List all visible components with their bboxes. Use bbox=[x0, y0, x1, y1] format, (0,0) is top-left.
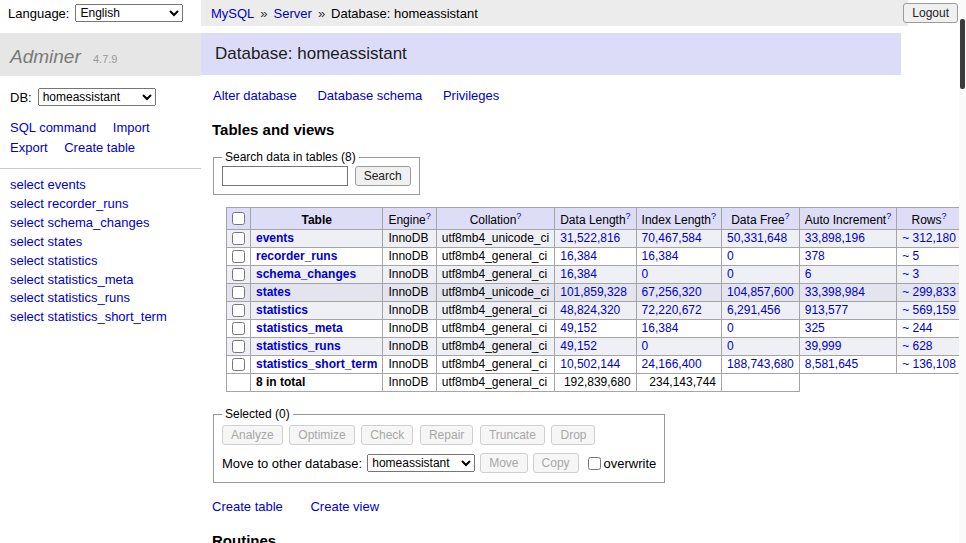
row-checkbox[interactable] bbox=[232, 232, 245, 245]
data-free-link[interactable]: 0 bbox=[727, 267, 734, 281]
truncate-button[interactable]: Truncate bbox=[480, 425, 545, 445]
auto-increment-link[interactable]: 6 bbox=[805, 267, 812, 281]
rows-count-link[interactable]: ~ 136,108 bbox=[902, 357, 956, 371]
alter-database-link[interactable]: Alter database bbox=[213, 88, 297, 103]
help-icon[interactable]: ? bbox=[626, 211, 631, 221]
row-checkbox[interactable] bbox=[232, 358, 245, 371]
data-length-link[interactable]: 49,152 bbox=[560, 321, 597, 335]
auto-increment-link[interactable]: 33,898,196 bbox=[805, 231, 865, 245]
rows-count-link[interactable]: ~ 569,159 bbox=[902, 303, 956, 317]
data-free-link[interactable]: 0 bbox=[727, 249, 734, 263]
help-icon[interactable]: ? bbox=[886, 211, 891, 221]
table-name-link[interactable]: states bbox=[256, 285, 291, 299]
sidebar-item-select-statistics[interactable]: select statistics bbox=[10, 253, 97, 268]
index-length-link[interactable]: 0 bbox=[642, 267, 649, 281]
language-select[interactable]: English bbox=[75, 4, 183, 22]
export-link[interactable]: Export bbox=[10, 138, 48, 158]
data-length-link[interactable]: 16,384 bbox=[560, 249, 597, 263]
data-free-link[interactable]: 188,743,680 bbox=[727, 357, 794, 371]
select-all-checkbox[interactable] bbox=[232, 212, 245, 225]
table-name-link[interactable]: recorder_runs bbox=[256, 249, 337, 263]
auto-increment-link[interactable]: 378 bbox=[805, 249, 825, 263]
rows-count-link[interactable]: ~ 3 bbox=[902, 267, 919, 281]
move-database-select[interactable]: homeassistant bbox=[367, 454, 475, 472]
search-input[interactable] bbox=[222, 166, 348, 186]
data-free-link[interactable]: 0 bbox=[727, 321, 734, 335]
table-name-link[interactable]: schema_changes bbox=[256, 267, 356, 281]
privileges-link[interactable]: Privileges bbox=[443, 88, 499, 103]
auto-increment-link[interactable]: 913,577 bbox=[805, 303, 848, 317]
auto-increment-link[interactable]: 39,999 bbox=[805, 339, 842, 353]
data-free-link[interactable]: 50,331,648 bbox=[727, 231, 787, 245]
auto-increment-link[interactable]: 325 bbox=[805, 321, 825, 335]
help-icon[interactable]: ? bbox=[711, 211, 716, 221]
index-length-link[interactable]: 24,166,400 bbox=[642, 357, 702, 371]
data-free-link[interactable]: 6,291,456 bbox=[727, 303, 780, 317]
data-length-link[interactable]: 48,824,320 bbox=[560, 303, 620, 317]
row-checkbox[interactable] bbox=[232, 304, 245, 317]
move-button[interactable]: Move bbox=[480, 453, 527, 473]
data-length-link[interactable]: 16,384 bbox=[560, 267, 597, 281]
breadcrumb-server[interactable]: Server bbox=[274, 6, 312, 21]
copy-button[interactable]: Copy bbox=[533, 453, 579, 473]
rows-count-link[interactable]: ~ 244 bbox=[902, 321, 932, 335]
create-view-link[interactable]: Create view bbox=[310, 499, 379, 514]
db-select[interactable]: homeassistant bbox=[38, 88, 156, 106]
index-length-link[interactable]: 70,467,584 bbox=[642, 231, 702, 245]
auto-increment-link[interactable]: 33,398,984 bbox=[805, 285, 865, 299]
create-table-link[interactable]: Create table bbox=[212, 499, 283, 514]
index-length-link[interactable]: 72,220,672 bbox=[642, 303, 702, 317]
logout-button[interactable]: Logout bbox=[903, 3, 958, 23]
table-name-link[interactable]: statistics bbox=[256, 303, 308, 317]
optimize-button[interactable]: Optimize bbox=[289, 425, 354, 445]
analyze-button[interactable]: Analyze bbox=[222, 425, 283, 445]
sidebar-item-select-recorder-runs[interactable]: select recorder_runs bbox=[10, 196, 129, 211]
data-length-link[interactable]: 49,152 bbox=[560, 339, 597, 353]
overwrite-checkbox[interactable] bbox=[588, 457, 601, 470]
database-schema-link[interactable]: Database schema bbox=[317, 88, 422, 103]
scrollbar-thumb[interactable] bbox=[960, 19, 965, 89]
adminer-logo[interactable]: Adminer bbox=[10, 46, 81, 67]
rows-count-link[interactable]: ~ 299,833 bbox=[902, 285, 956, 299]
vertical-scrollbar[interactable] bbox=[959, 0, 966, 543]
sidebar-item-select-events[interactable]: select events bbox=[10, 177, 86, 192]
index-length-link[interactable]: 67,256,320 bbox=[642, 285, 702, 299]
table-name-link[interactable]: statistics_runs bbox=[256, 339, 341, 353]
data-length-link[interactable]: 10,502,144 bbox=[560, 357, 620, 371]
data-length-link[interactable]: 101,859,328 bbox=[560, 285, 627, 299]
create-table-link-sidebar[interactable]: Create table bbox=[64, 138, 135, 158]
sidebar-item-select-statistics-runs[interactable]: select statistics_runs bbox=[10, 290, 130, 305]
sidebar-item-select-schema-changes[interactable]: select schema_changes bbox=[10, 215, 149, 230]
search-button[interactable]: Search bbox=[355, 166, 411, 186]
rows-count-link[interactable]: ~ 628 bbox=[902, 339, 932, 353]
data-free-link[interactable]: 0 bbox=[727, 339, 734, 353]
help-icon[interactable]: ? bbox=[942, 211, 947, 221]
sidebar-item-select-statistics-meta[interactable]: select statistics_meta bbox=[10, 272, 134, 287]
help-icon[interactable]: ? bbox=[426, 211, 431, 221]
row-checkbox[interactable] bbox=[232, 268, 245, 281]
index-length-link[interactable]: 16,384 bbox=[642, 249, 679, 263]
row-checkbox[interactable] bbox=[232, 340, 245, 353]
help-icon[interactable]: ? bbox=[516, 211, 521, 221]
auto-increment-link[interactable]: 8,581,645 bbox=[805, 357, 858, 371]
repair-button[interactable]: Repair bbox=[420, 425, 473, 445]
row-checkbox[interactable] bbox=[232, 286, 245, 299]
drop-button[interactable]: Drop bbox=[551, 425, 595, 445]
table-name-link[interactable]: statistics_meta bbox=[256, 321, 343, 335]
rows-count-link[interactable]: ~ 5 bbox=[902, 249, 919, 263]
table-name-link[interactable]: statistics_short_term bbox=[256, 357, 377, 371]
help-icon[interactable]: ? bbox=[785, 211, 790, 221]
table-name-link[interactable]: events bbox=[256, 231, 294, 245]
data-free-link[interactable]: 104,857,600 bbox=[727, 285, 794, 299]
check-button[interactable]: Check bbox=[361, 425, 413, 445]
index-length-link[interactable]: 16,384 bbox=[642, 321, 679, 335]
index-length-link[interactable]: 0 bbox=[642, 339, 649, 353]
rows-count-link[interactable]: ~ 312,180 bbox=[902, 231, 956, 245]
import-link[interactable]: Import bbox=[113, 118, 150, 138]
sql-command-link[interactable]: SQL command bbox=[10, 118, 96, 138]
row-checkbox[interactable] bbox=[232, 322, 245, 335]
sidebar-item-select-states[interactable]: select states bbox=[10, 234, 82, 249]
breadcrumb-mysql[interactable]: MySQL bbox=[211, 6, 254, 21]
data-length-link[interactable]: 31,522,816 bbox=[560, 231, 620, 245]
row-checkbox[interactable] bbox=[232, 250, 245, 263]
